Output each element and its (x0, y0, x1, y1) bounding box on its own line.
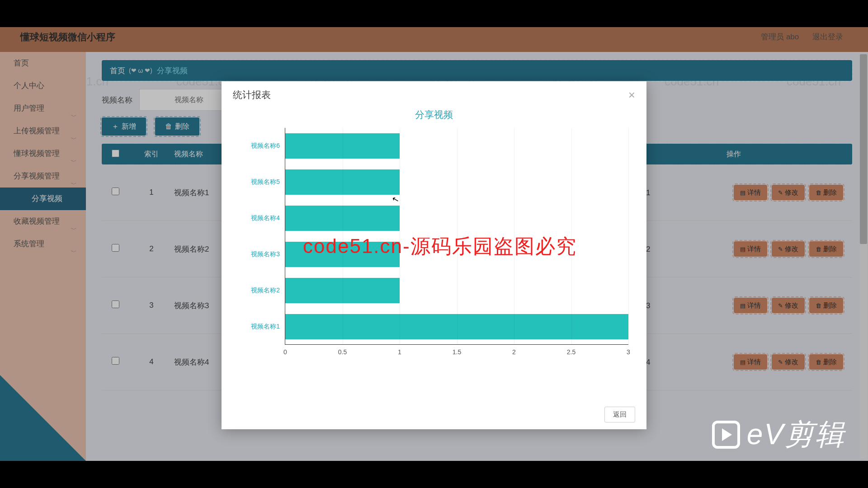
ev-text: eV剪辑 (747, 415, 845, 454)
modal-footer: 返回 (604, 407, 635, 422)
chart-area: 视频名称6视频名称5视频名称4视频名称3视频名称2视频名称1 00.511.52… (222, 128, 646, 345)
grid-line (628, 128, 629, 344)
bar-label: 视频名称4 (251, 214, 280, 222)
grid-line (457, 128, 458, 344)
grid-line (514, 128, 514, 344)
modal-title: 统计报表 (233, 89, 271, 101)
letterbox-top (0, 0, 868, 27)
play-icon (712, 421, 740, 449)
stats-modal: 统计报表 × 分享视频 视频名称6视频名称5视频名称4视频名称3视频名称2视频名… (222, 81, 646, 429)
chart-title: 分享视频 (222, 108, 646, 121)
grid-line (400, 128, 400, 344)
x-tick: 2.5 (567, 348, 576, 356)
close-icon[interactable]: × (628, 88, 635, 102)
x-tick: 0 (283, 348, 287, 356)
x-tick: 1 (398, 348, 401, 356)
ev-logo: eV剪辑 (712, 415, 845, 454)
bar-label: 视频名称2 (251, 286, 280, 295)
bar-label: 视频名称5 (251, 178, 280, 186)
x-tick: 2 (512, 348, 516, 356)
back-button[interactable]: 返回 (604, 407, 635, 422)
grid-line (343, 128, 343, 344)
bar-label: 视频名称3 (251, 250, 280, 258)
letterbox-bottom (0, 461, 868, 488)
bar-label: 视频名称1 (251, 323, 280, 331)
chart-grid: 视频名称6视频名称5视频名称4视频名称3视频名称2视频名称1 00.511.52… (285, 128, 628, 345)
x-tick: 0.5 (338, 348, 347, 356)
modal-header: 统计报表 × (222, 81, 646, 108)
x-tick: 3 (627, 348, 630, 356)
x-tick: 1.5 (453, 348, 461, 356)
app-viewport: code51.cn code51.cn code51.cn code51.cn … (0, 27, 868, 461)
bar-label: 视频名称6 (251, 142, 280, 150)
grid-line (571, 128, 572, 344)
